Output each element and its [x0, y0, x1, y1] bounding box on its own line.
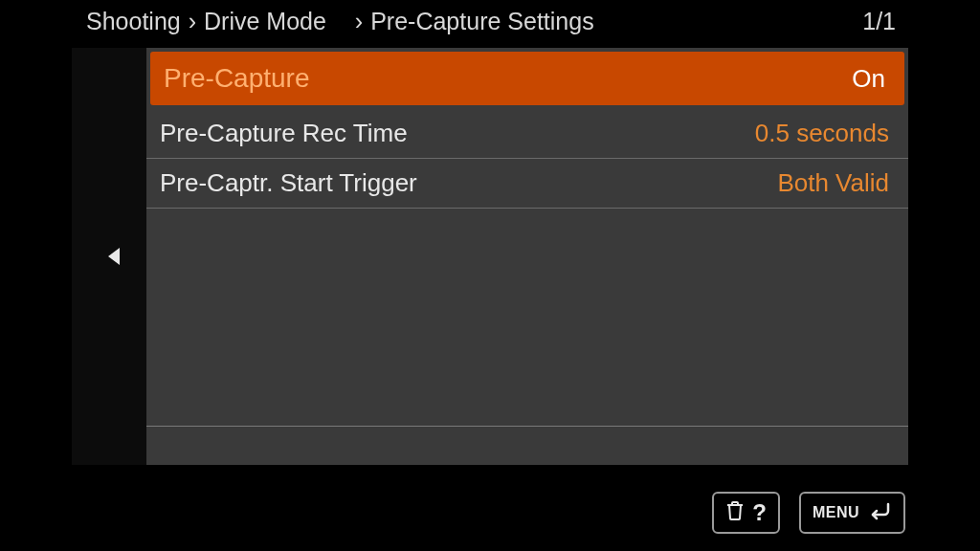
menu-item-pre-capture[interactable]: Pre-Capture On	[150, 52, 904, 105]
menu-spacer	[146, 209, 908, 426]
menu-bottom-space	[146, 427, 908, 465]
page-indicator: 1/1	[862, 8, 896, 35]
help-label: ?	[752, 499, 767, 526]
back-arrow-icon[interactable]	[108, 248, 120, 265]
breadcrumb-level2: Drive Mode	[204, 8, 326, 35]
menu-item-value: On	[852, 64, 885, 94]
menu-item-pre-capture-start-trigger[interactable]: Pre-Captr. Start Trigger Both Valid	[146, 159, 908, 209]
footer-bar: ? MENU	[712, 492, 905, 534]
menu-item-label: Pre-Capture	[164, 63, 310, 94]
breadcrumb-level1: Shooting	[86, 8, 181, 35]
menu-item-label: Pre-Captr. Start Trigger	[160, 168, 417, 198]
menu-item-value: 0.5 seconds	[755, 119, 889, 148]
menu-list: Pre-Capture On Pre-Capture Rec Time 0.5 …	[146, 48, 908, 465]
menu-back-button[interactable]: MENU	[799, 492, 905, 534]
return-arrow-icon	[867, 500, 892, 525]
chevron-right-icon: ›	[187, 8, 198, 35]
left-rail	[72, 48, 146, 465]
menu-item-label: Pre-Capture Rec Time	[160, 119, 408, 148]
trash-icon	[725, 500, 745, 525]
menu-label: MENU	[813, 504, 859, 521]
main-panel: Pre-Capture On Pre-Capture Rec Time 0.5 …	[72, 48, 908, 465]
breadcrumb-level3: Pre-Capture Settings	[370, 8, 593, 35]
help-button[interactable]: ?	[712, 492, 780, 534]
chevron-right-icon: ›	[332, 8, 365, 35]
breadcrumb: Shooting › Drive Mode › Pre-Capture Sett…	[0, 0, 980, 41]
menu-item-value: Both Valid	[777, 168, 889, 198]
menu-item-pre-capture-rec-time[interactable]: Pre-Capture Rec Time 0.5 seconds	[146, 109, 908, 159]
